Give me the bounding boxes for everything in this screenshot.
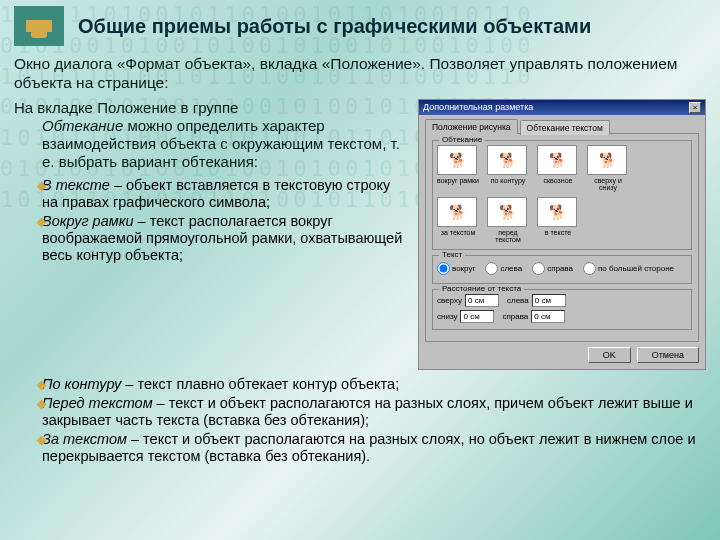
radio-option[interactable]: по большей стороне (583, 262, 674, 275)
list-item: В тексте – объект вставляется в текстову… (14, 177, 410, 211)
dog-icon: 🐕 (449, 152, 466, 168)
term: Перед текстом (42, 395, 153, 411)
dog-icon: 🐕 (549, 204, 566, 220)
tab-panel: Обтекание 🐕вокруг рамки 🐕по контуру 🐕скв… (425, 133, 699, 342)
dog-icon: 🐕 (449, 204, 466, 220)
wrap-option[interactable]: 🐕сквозное (537, 145, 579, 191)
wrap-option[interactable]: 🐕перед текстом (487, 197, 529, 243)
cancel-button[interactable]: Отмена (637, 347, 699, 363)
group-label: Обтекание (439, 135, 485, 144)
bottom-field[interactable] (460, 310, 494, 323)
wrap-option[interactable]: 🐕сверху и снизу (587, 145, 629, 191)
top-field[interactable] (465, 294, 499, 307)
bullet-list: В тексте – объект вставляется в текстову… (14, 177, 410, 265)
intro-text: Окно диалога «Формат объекта», вкладка «… (14, 54, 706, 93)
radio-option[interactable]: справа (532, 262, 573, 275)
right-field[interactable] (531, 310, 565, 323)
wrap-option[interactable]: 🐕вокруг рамки (437, 145, 479, 191)
distance-group: Расстояние от текста сверху слева снизу … (432, 289, 692, 330)
wrap-option[interactable]: 🐕за текстом (437, 197, 479, 243)
dog-icon: 🐕 (499, 152, 516, 168)
page-title: Общие приемы работы с графическими объек… (78, 15, 591, 38)
term: За текстом (42, 431, 127, 447)
bullet-list-continued: По контуру – текст плавно обтекает конту… (14, 376, 706, 466)
group-label: Расстояние от текста (439, 284, 524, 293)
left-field[interactable] (532, 294, 566, 307)
wrap-group: Обтекание 🐕вокруг рамки 🐕по контуру 🐕скв… (432, 140, 692, 250)
ok-button[interactable]: OK (588, 347, 631, 363)
dog-icon: 🐕 (599, 152, 616, 168)
list-item: За текстом – текст и объект располагаютс… (14, 431, 706, 465)
mortarboard-icon (26, 20, 52, 32)
term-text: – текст плавно обтекает контур объекта; (121, 376, 399, 392)
dialog-title: Дополнительная разметка (423, 102, 533, 112)
term-text: – текст и объект располагаются на разных… (42, 431, 696, 464)
header: Общие приемы работы с графическими объек… (0, 0, 720, 52)
group-label: Текст (439, 250, 465, 259)
dog-icon: 🐕 (549, 152, 566, 168)
close-button[interactable]: × (689, 102, 701, 113)
list-item: По контуру – текст плавно обтекает конту… (14, 376, 706, 393)
dialog-window: Дополнительная разметка × Положение рису… (418, 99, 706, 370)
list-item: Перед текстом – текст и объект располага… (14, 395, 706, 429)
group-line1: На вкладке Положение в группе (14, 99, 238, 116)
tab-wrapping[interactable]: Обтекание текстом (520, 120, 610, 135)
radio-option[interactable]: слева (485, 262, 522, 275)
radio-option[interactable]: вокруг (437, 262, 475, 275)
dialog-titlebar: Дополнительная разметка × (419, 100, 705, 115)
text-side-group: Текст вокруг слева справа по большей сто… (432, 255, 692, 284)
list-item: Вокруг рамки – текст располагается вокру… (14, 213, 410, 264)
dog-icon: 🐕 (499, 204, 516, 220)
term: Вокруг рамки (42, 213, 134, 229)
term: По контуру (42, 376, 121, 392)
tab-position[interactable]: Положение рисунка (425, 119, 518, 134)
group-paragraph: На вкладке Положение в группе Обтекание … (14, 99, 410, 171)
wrap-option[interactable]: 🐕в тексте (537, 197, 579, 243)
logo-square (14, 6, 64, 46)
term: В тексте (42, 177, 110, 193)
wrap-option[interactable]: 🐕по контуру (487, 145, 529, 191)
